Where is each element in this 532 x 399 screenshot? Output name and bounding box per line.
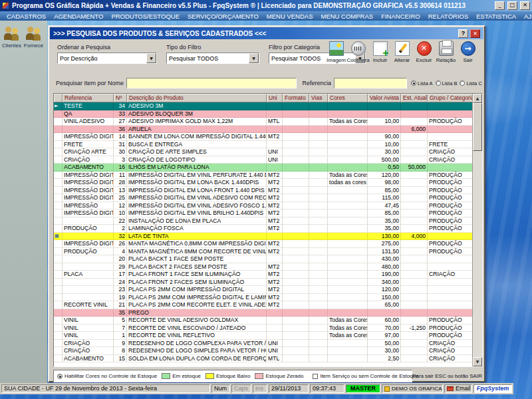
- legend-item-label: Em estoque: [172, 373, 201, 379]
- cell-referencia: ACABAMENTO: [63, 355, 114, 363]
- app-icon: [2, 2, 9, 9]
- cell-uni: MT2: [267, 240, 283, 248]
- toolbar-button[interactable]: Imagem: [325, 40, 347, 65]
- help-button[interactable]: ?: [458, 29, 468, 38]
- maximize-button[interactable]: □: [507, 1, 517, 10]
- reference-search-input[interactable]: [334, 78, 407, 88]
- menu-item[interactable]: AJUDA: [520, 13, 532, 20]
- table-row[interactable]: 20 PLACA BACKT 1 FACE SEM POSTE 430,00: [54, 255, 473, 263]
- cell-est-atual: [401, 263, 428, 271]
- list-radio[interactable]: Lista C: [460, 80, 481, 86]
- filter-combobox[interactable]: Por Descrição ▼: [57, 53, 157, 64]
- table-row[interactable]: VINIL 7 RECORTE DE VINIL ESCOVADO / JATE…: [54, 325, 473, 332]
- table-row[interactable]: ▦ 32 LATA DE TINTA 130,00 4,000: [54, 233, 473, 241]
- table-row[interactable]: CRIAÇÃO ARTE 30 CRIAÇÃO DE ARTE SIMPLES …: [54, 148, 473, 156]
- cell-uni: MT2: [267, 271, 283, 279]
- header-est-atual[interactable]: Est. Atual: [401, 94, 428, 102]
- dialog-close-button[interactable]: ✕: [470, 29, 480, 38]
- header-cores[interactable]: Cores: [328, 94, 368, 102]
- table-row[interactable]: ► TESTE 34 ADESIVO 3M: [54, 102, 473, 110]
- toolbar-button[interactable]: Alterar: [391, 40, 413, 65]
- filter-combobox[interactable]: Pesquisar TODOS ▼: [166, 53, 259, 64]
- table-row[interactable]: CRIAÇÃO 3 CRIAÇÃO DE LOGOTIPO UNI 500,00…: [54, 156, 473, 164]
- table-row[interactable]: IMPRESSÃO DIGITAL 25 IMPRESSÃO DIGITAL E…: [54, 194, 473, 202]
- enable-colors-radio[interactable]: Habilitar Cores no Controle de Estoque: [57, 373, 157, 379]
- toolbar-button[interactable]: Incluir: [369, 40, 391, 65]
- table-row[interactable]: 29 PLACA BACKT 2 FACES SEM POSTE MT2 480…: [54, 263, 473, 271]
- table-row[interactable]: PRODUÇÃO 2 LAMINAÇÃO FOSCA MT2 35,00 PRO…: [54, 225, 473, 233]
- table-row[interactable]: ACABAMENTO 15 SOLDA EM LONA DUPLA COM CO…: [54, 355, 473, 363]
- window-titlebar: Programa OS Gráfica Rápida + Vendas & Fi…: [0, 0, 532, 11]
- minimize-button[interactable]: _: [495, 1, 505, 10]
- header-descricao[interactable]: Descrição do Produto: [127, 94, 267, 102]
- scrollbar-thumb[interactable]: [473, 103, 482, 151]
- table-row[interactable]: PRODUÇÃO 4 MANTA MAGNÉTICA 8MM COM RECOR…: [54, 248, 473, 256]
- toolbar-button[interactable]: Relação: [435, 40, 457, 65]
- scroll-down-icon[interactable]: ▼: [473, 357, 482, 366]
- table-row[interactable]: IMPRESSÃO DIGITAL 11 IMPRESSÃO DIGITAL E…: [54, 172, 473, 180]
- vertical-scrollbar[interactable]: ▲ ▼: [472, 94, 482, 366]
- table-row[interactable]: VINIL ADESIVO 27 ADESIVO IMPRIMAX GOLD M…: [54, 118, 473, 126]
- menu-item[interactable]: RELATÓRIOS: [424, 13, 473, 20]
- chevron-down-icon[interactable]: ▼: [249, 53, 259, 63]
- table-row[interactable]: IMPRESSÃO DIGITAL 26 MANTA MAGNÉTICA 0,8…: [54, 240, 473, 248]
- table-row[interactable]: 23 PLACA PS 2MM COM IMPRESSÃO DIGITAL MT…: [54, 286, 473, 294]
- table-row[interactable]: IMPRESSÃO DIGITAL 10 IMPRESSÃO DIGITAL E…: [54, 209, 473, 217]
- list-radio[interactable]: Lista B: [436, 80, 458, 86]
- list-radio[interactable]: Lista A: [411, 80, 433, 86]
- header-formato[interactable]: Formato: [283, 94, 309, 102]
- header-numero[interactable]: Nº: [114, 94, 127, 102]
- cell-valor-avista: [368, 102, 401, 110]
- close-button[interactable]: ✕: [520, 1, 530, 10]
- table-row[interactable]: 24 PLACA FRONT 2 FACES SEM ILUMINAÇÃO MT…: [54, 279, 473, 287]
- table-row[interactable]: VINIL 5 RECORTE DE VINIL ADESIVO GOLDMAX…: [54, 317, 473, 325]
- table-row[interactable]: IMPRESSÃO 12 IMPRESSÃO DIGITAL EM VINIL …: [54, 202, 473, 210]
- table-row[interactable]: QA 33 ADESIVO BLOQUER 3M: [54, 110, 473, 118]
- table-row[interactable]: RECORTE VINIL 21 PLACA PS 2MM COM RECORT…: [54, 301, 473, 309]
- scroll-up-icon[interactable]: ▲: [473, 94, 482, 103]
- header-valor-avista[interactable]: Valor Avista: [368, 94, 401, 102]
- table-row[interactable]: IMPRESSÃO DIGITAL 28 IMPRESSÃO DIGITAL E…: [54, 179, 473, 187]
- chevron-down-icon[interactable]: ▼: [146, 53, 156, 63]
- product-name-search-input[interactable]: [126, 78, 297, 88]
- toolbar-button[interactable]: CodBarra: [347, 40, 369, 65]
- dialog-toolbar: Imagem CodBarra Incluir Alterar Excluir: [325, 40, 479, 65]
- dialog-titlebar[interactable]: >>> PESQUISA DOS PRODUTOS & SERVIÇOS CAD…: [50, 27, 483, 39]
- menu-item[interactable]: MENU COMPRAS: [317, 13, 377, 20]
- table-row[interactable]: IMPRESSÃO DIGITAL 14 BANNER EM LONA COM …: [54, 133, 473, 141]
- header-referencia[interactable]: Referencia: [63, 94, 114, 102]
- cell-grupo: PRODUÇÃO: [428, 217, 473, 225]
- status-email-button[interactable]: Email: [444, 384, 472, 393]
- menu-item[interactable]: FINANCEIRO: [377, 13, 424, 20]
- cell-est-atual: -1,250: [401, 325, 428, 332]
- menu-item[interactable]: AGENDAMENTO: [50, 13, 107, 20]
- table-row[interactable]: 35 PREGO: [54, 309, 473, 317]
- shortcut-button[interactable]: Clientes: [1, 23, 23, 60]
- table-row[interactable]: 36 ARUELA 6,000: [54, 126, 473, 134]
- table-row[interactable]: CRIAÇÃO 8 REDESENHO DE LOGO SIMPLES PARA…: [54, 347, 473, 355]
- table-row[interactable]: ACABAMENTO 16 ILHÓS EM LATÃO PARA LONA 0…: [54, 164, 473, 172]
- row-marker: [54, 225, 63, 233]
- header-grupo-categoria[interactable]: Grupo / Categoria: [428, 94, 473, 102]
- table-row[interactable]: FRETE 31 BUSCA E ENTREGA 10,00 FRETE: [54, 141, 473, 149]
- cell-vias: [309, 102, 328, 110]
- menu-item[interactable]: SERVIÇO/ORÇAMENTO: [184, 13, 263, 20]
- menu-item[interactable]: PRODUTOS/ESTOQUE: [107, 13, 184, 20]
- table-row[interactable]: 19 PLACA PS 2MM COM IMPRESSÃO DIGITAL E …: [54, 294, 473, 302]
- menu-item[interactable]: MENU VENDAS: [263, 13, 317, 20]
- cell-uni: MT2: [267, 217, 283, 225]
- table-row[interactable]: PLACA 17 PLACA FRONT 1 FACE SEM ILUMINAÇ…: [54, 271, 473, 279]
- menu-item[interactable]: CADASTROS: [3, 13, 50, 20]
- table-row[interactable]: VINIL 1 RECORTE DE VINIL REFLETIVO Todas…: [54, 332, 473, 340]
- cell-grupo: PRODUÇÃO: [428, 225, 473, 233]
- header-vias[interactable]: Vias: [309, 94, 328, 102]
- menu-item[interactable]: ESTATISTICA: [472, 13, 520, 20]
- table-row[interactable]: CRIAÇÃO 9 REDESENHO DE LOGO COMPLEXA PAR…: [54, 340, 473, 348]
- table-row[interactable]: 22 INSTALAÇÃO DE LONA EM PLACA MT2 35,00…: [54, 217, 473, 225]
- toolbar-button[interactable]: Sair: [457, 40, 479, 65]
- toolbar-button[interactable]: Excluir: [413, 40, 435, 65]
- enable-colors-label: Habilitar Cores no Controle de Estoque: [65, 373, 157, 379]
- header-uni[interactable]: Uni: [267, 94, 283, 102]
- shortcut-button[interactable]: Fornece: [23, 23, 45, 60]
- table-row[interactable]: IMPRESSÃO DIGITAL 13 IMPRESSÃO DIGITAL E…: [54, 187, 473, 195]
